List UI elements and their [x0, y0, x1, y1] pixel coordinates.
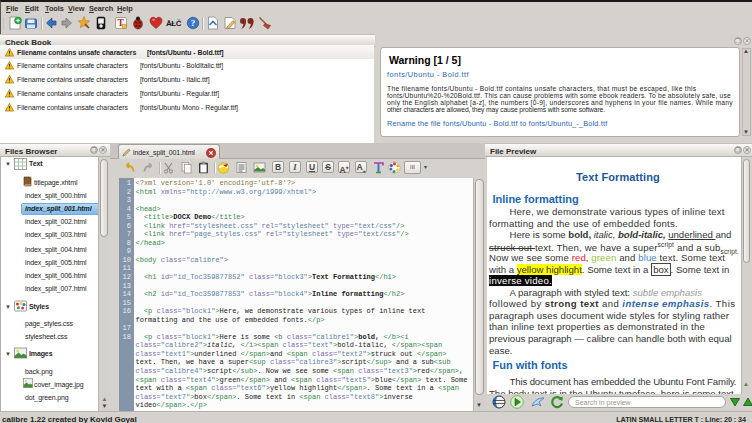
svg-text:?: ? [191, 18, 196, 28]
